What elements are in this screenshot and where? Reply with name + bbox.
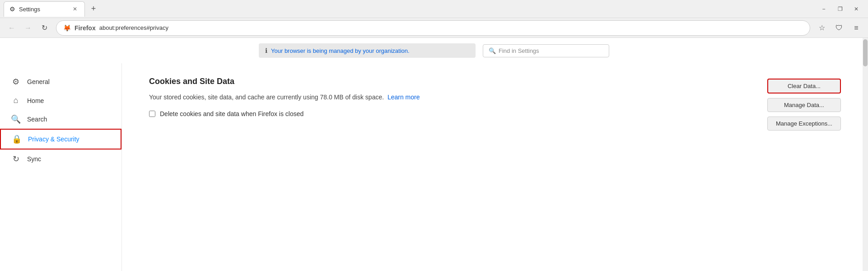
- content-area: ⚙ General ⌂ Home 🔍 Search 🔒 Privacy & Se…: [0, 63, 868, 271]
- home-icon: ⌂: [11, 96, 21, 105]
- sidebar-label-search: Search: [27, 116, 47, 123]
- lock-icon: 🔒: [12, 134, 22, 144]
- sidebar-label-sync: Sync: [27, 155, 41, 163]
- sidebar-item-sync[interactable]: ↻ Sync: [0, 150, 121, 168]
- sidebar-label-privacy: Privacy & Security: [28, 136, 79, 143]
- tab-area: ⚙ Settings ✕ +: [4, 0, 819, 18]
- sidebar-label-home: Home: [27, 97, 44, 104]
- notice-text: Your browser is being managed by your or…: [271, 47, 410, 54]
- cookies-left: Cookies and Site Data Your stored cookie…: [149, 77, 749, 117]
- shield-button[interactable]: 🛡: [832, 21, 846, 35]
- notice-icon: ℹ: [265, 47, 267, 54]
- forward-button[interactable]: →: [21, 21, 35, 35]
- find-placeholder-text: Find in Settings: [499, 47, 539, 54]
- minimize-button[interactable]: −: [819, 5, 828, 14]
- window-controls: − ❐ ✕: [819, 5, 864, 14]
- section-title: Cookies and Site Data: [149, 77, 749, 86]
- find-in-settings-input[interactable]: 🔍 Find in Settings: [483, 44, 609, 57]
- address-url: about:preferences#privacy: [99, 24, 168, 31]
- learn-more-link[interactable]: Learn more: [387, 93, 420, 101]
- close-window-button[interactable]: ✕: [852, 5, 861, 14]
- sidebar-item-general[interactable]: ⚙ General: [0, 72, 121, 91]
- search-icon: 🔍: [489, 47, 496, 54]
- sidebar-item-privacy[interactable]: 🔒 Privacy & Security: [0, 129, 121, 150]
- sidebar-item-search[interactable]: 🔍 Search: [0, 110, 121, 129]
- settings-tab-title: Settings: [19, 6, 40, 13]
- sidebar-label-general: General: [27, 78, 50, 85]
- cookies-section: Cookies and Site Data Your stored cookie…: [149, 77, 841, 131]
- section-desc-text: Your stored cookies, site data, and cach…: [149, 93, 384, 101]
- nav-right-buttons: ☆ 🛡 ≡: [815, 21, 863, 35]
- sidebar-item-home[interactable]: ⌂ Home: [0, 91, 121, 110]
- tab-close-button[interactable]: ✕: [71, 5, 79, 13]
- clear-data-button[interactable]: Clear Data...: [767, 79, 841, 93]
- settings-tab-icon: ⚙: [9, 5, 15, 13]
- settings-tab[interactable]: ⚙ Settings ✕: [4, 1, 85, 17]
- refresh-button[interactable]: ↻: [37, 21, 51, 35]
- nav-bar: ← → ↻ 🦊 Firefox about:preferences#privac…: [0, 18, 868, 38]
- section-desc: Your stored cookies, site data, and cach…: [149, 93, 749, 102]
- general-icon: ⚙: [11, 77, 21, 87]
- sidebar: ⚙ General ⌂ Home 🔍 Search 🔒 Privacy & Se…: [0, 63, 122, 271]
- cookies-buttons: Clear Data... Manage Data... Manage Exce…: [749, 77, 841, 131]
- bookmark-button[interactable]: ☆: [815, 21, 829, 35]
- new-tab-button[interactable]: +: [87, 2, 100, 16]
- scrollbar-thumb[interactable]: [863, 39, 868, 66]
- firefox-logo: 🦊: [63, 24, 71, 32]
- sync-icon: ↻: [11, 154, 21, 164]
- main-container: ℹ Your browser is being managed by your …: [0, 38, 868, 271]
- info-bar: ℹ Your browser is being managed by your …: [0, 38, 868, 63]
- delete-cookies-row: Delete cookies and site data when Firefo…: [149, 110, 749, 117]
- back-button[interactable]: ←: [5, 21, 19, 35]
- scrollbar-track[interactable]: [863, 38, 868, 271]
- settings-content: Cookies and Site Data Your stored cookie…: [122, 63, 868, 271]
- title-bar: ⚙ Settings ✕ + − ❐ ✕: [0, 0, 868, 18]
- search-sidebar-icon: 🔍: [11, 114, 21, 124]
- address-bar[interactable]: 🦊 Firefox about:preferences#privacy: [56, 20, 810, 36]
- menu-button[interactable]: ≡: [849, 21, 863, 35]
- delete-cookies-label: Delete cookies and site data when Firefo…: [160, 110, 303, 117]
- managed-notice: ℹ Your browser is being managed by your …: [259, 43, 476, 58]
- manage-data-button[interactable]: Manage Data...: [767, 98, 841, 112]
- address-brand: Firefox: [75, 24, 96, 32]
- restore-button[interactable]: ❐: [835, 5, 845, 14]
- delete-cookies-checkbox[interactable]: [149, 111, 155, 117]
- manage-exceptions-button[interactable]: Manage Exceptions...: [767, 117, 841, 131]
